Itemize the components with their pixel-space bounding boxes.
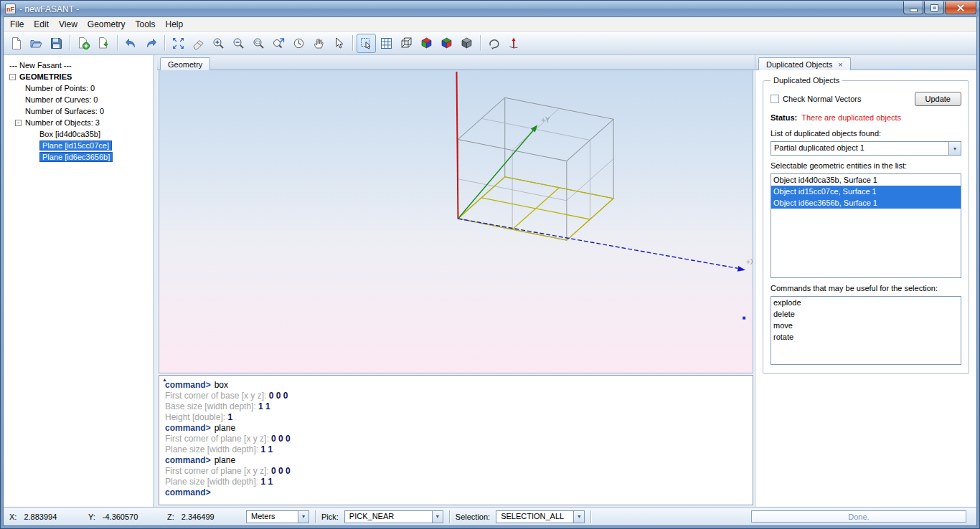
entities-label: Selectable geometric entities in the lis… <box>771 161 961 170</box>
axes-button[interactable] <box>504 34 524 53</box>
title-bar[interactable]: nF - newFASANT - <box>1 1 979 16</box>
zoom-window-button[interactable] <box>249 34 268 53</box>
statusbar-separator <box>449 510 450 523</box>
console-line: command> <box>165 487 747 498</box>
console-line: Plane size [width depth]: 1 1 <box>165 477 747 487</box>
grid-button[interactable] <box>377 34 396 53</box>
clock-button[interactable] <box>289 34 308 53</box>
maximize-button[interactable] <box>924 1 944 14</box>
close-icon <box>956 4 965 11</box>
app-window: nF - newFASANT - File Edit View Geometry… <box>0 0 980 529</box>
zoom-previous-icon <box>272 37 286 50</box>
list-item[interactable]: move <box>771 320 961 331</box>
pick-value: PICK_NEAR <box>345 511 432 523</box>
clock-icon <box>292 37 306 50</box>
menu-geometry[interactable]: Geometry <box>83 18 131 31</box>
tree-object-plane-2[interactable]: Plane [id6ec3656b] <box>39 152 113 162</box>
collapse-icon[interactable]: - <box>9 74 16 80</box>
x-axis <box>458 219 738 268</box>
list-item[interactable]: Object id6ec3656b, Surface 1 <box>771 197 961 209</box>
zoom-in-button[interactable] <box>209 34 228 53</box>
new-file-button[interactable] <box>6 34 26 53</box>
param-value: 1 1 <box>260 444 273 454</box>
list-item[interactable]: delete <box>771 308 961 320</box>
geometry-viewport[interactable]: +Y +X <box>159 70 753 373</box>
combo-value: Partial duplicated object 1 <box>771 142 948 155</box>
tree-geometries-label[interactable]: GEOMETRIES <box>19 72 72 81</box>
update-button[interactable]: Update <box>915 92 961 106</box>
tree-root-label[interactable]: --- New Fasant --- <box>9 61 72 70</box>
menu-view[interactable]: View <box>54 18 83 31</box>
collapse-icon[interactable]: - <box>15 120 22 126</box>
chevron-down-icon[interactable]: ▾ <box>948 142 961 155</box>
x-axis-arrowhead <box>738 266 745 272</box>
chevron-down-icon[interactable]: ▾ <box>432 511 443 523</box>
minimize-button[interactable] <box>903 1 923 14</box>
zoom-previous-button[interactable] <box>269 34 288 53</box>
select-area-button[interactable] <box>357 34 376 53</box>
select-button[interactable] <box>329 34 349 53</box>
right-tab-bar: Duplicated Objects × <box>755 55 976 70</box>
pan-hand-icon <box>312 37 326 50</box>
duplicated-object-select[interactable]: Partial duplicated object 1 ▾ <box>771 141 961 156</box>
undo-icon <box>124 37 138 50</box>
console-collapse-icon[interactable]: ▲ <box>162 375 167 385</box>
selection-mode-select[interactable]: SELECTION_ALL ▾ <box>496 510 585 523</box>
tree-item-surfaces[interactable]: Number of Surfaces: 0 <box>25 107 104 115</box>
wireframe-view-button[interactable] <box>397 34 416 53</box>
shaded-view-button[interactable] <box>437 34 456 53</box>
tree-item-points[interactable]: Number of Points: 0 <box>25 84 95 92</box>
solid-view-button[interactable] <box>417 34 436 53</box>
selection-label: Selection: <box>456 513 490 521</box>
tree-object-box[interactable]: Box [id4d0ca35b] <box>39 130 100 138</box>
zoom-out-button[interactable] <box>229 34 248 53</box>
chevron-down-icon[interactable]: ▾ <box>573 511 584 523</box>
tab-close-icon[interactable]: × <box>838 61 842 68</box>
save-button[interactable] <box>47 34 66 53</box>
y-axis <box>458 129 534 219</box>
entities-list[interactable]: Object id4d0ca35b, Surface 1 Object id15… <box>771 173 961 278</box>
tree-item-objects[interactable]: Number of Objects: 3 <box>25 118 100 127</box>
tab-duplicated-objects[interactable]: Duplicated Objects × <box>758 57 851 70</box>
open-file-button[interactable] <box>27 34 46 53</box>
tab-label: Geometry <box>168 60 202 69</box>
checkbox-icon[interactable] <box>771 95 779 103</box>
tree-item-curves[interactable]: Number of Curves: 0 <box>25 95 98 104</box>
list-item[interactable]: explode <box>771 297 961 308</box>
list-item[interactable]: Object id15cc07ce, Surface 1 <box>771 186 961 197</box>
pick-label: Pick: <box>321 513 339 521</box>
undo-button[interactable] <box>121 34 141 53</box>
eraser-button[interactable] <box>189 34 208 53</box>
close-button[interactable] <box>945 1 976 14</box>
menu-help[interactable]: Help <box>161 18 189 31</box>
param-label: First corner of plane [x y z]: <box>165 434 271 444</box>
add-geometry-button[interactable] <box>74 34 93 53</box>
menu-edit[interactable]: Edit <box>29 18 54 31</box>
rotate-model-button[interactable] <box>484 34 504 53</box>
rotate-model-icon <box>487 37 501 50</box>
menu-tools[interactable]: Tools <box>131 18 161 31</box>
add-geometry-icon <box>77 37 90 50</box>
zoom-fit-button[interactable] <box>169 34 188 53</box>
command-console[interactable]: ▲ command>box First corner of base [x y … <box>159 375 753 505</box>
window-title: - newFASANT - <box>19 4 79 14</box>
solid-cube-green-icon <box>440 37 453 50</box>
list-item[interactable]: rotate <box>771 331 961 343</box>
x-axis-label: +X <box>746 258 753 266</box>
tree-object-plane-1[interactable]: Plane [id15cc07ce] <box>39 140 112 151</box>
redo-button[interactable] <box>141 34 161 53</box>
commands-list[interactable]: explode delete move rotate <box>771 296 961 365</box>
import-geometry-button[interactable] <box>94 34 113 53</box>
units-select[interactable]: Meters ▾ <box>246 510 309 523</box>
check-normal-vectors[interactable]: Check Normal Vectors <box>771 95 861 103</box>
list-item[interactable]: Object id4d0ca35b, Surface 1 <box>771 174 961 186</box>
chevron-down-icon[interactable]: ▾ <box>298 511 308 523</box>
param-value: 1 <box>227 412 232 422</box>
y-axis-label: +Y <box>541 116 550 124</box>
menu-file[interactable]: File <box>5 18 29 31</box>
textured-view-button[interactable] <box>457 34 476 53</box>
pan-button[interactable] <box>309 34 329 53</box>
coordinate-x: X: 2.883994 <box>9 513 83 521</box>
pick-mode-select[interactable]: PICK_NEAR ▾ <box>344 510 443 523</box>
tab-geometry[interactable]: Geometry <box>160 57 210 70</box>
